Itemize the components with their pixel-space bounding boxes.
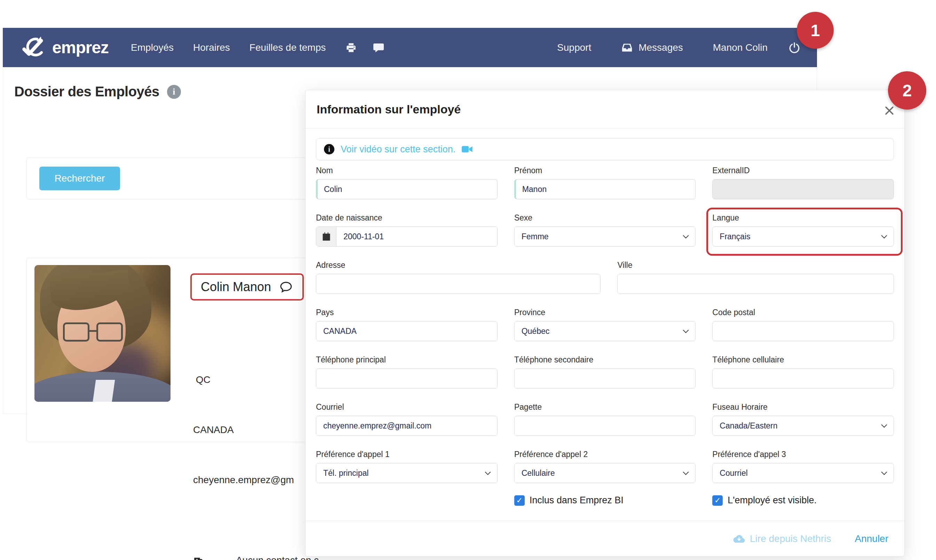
annotation-badge-2: 2 [888,71,926,109]
select-pref1-value: Tél. principal [323,469,368,478]
label-prenom: Prénom [514,166,696,175]
select-fuseau[interactable]: Canada/Eastern [712,415,894,436]
label-pref1: Préférence d'appel 1 [316,450,497,460]
ambulance-icon [193,522,231,560]
label-pref2: Préférence d'appel 2 [514,450,696,460]
label-tel-cellulaire: Téléphone cellulaire [712,355,894,365]
input-pagette[interactable] [514,415,696,436]
inbox-icon [621,42,633,54]
nav-item-horaires[interactable]: Horaires [193,42,230,53]
label-langue: Langue [712,213,894,223]
video-banner[interactable]: i Voir vidéo sur cette section. [316,138,894,160]
page-title: Dossier des Employés [14,84,159,100]
speech-bubble-icon[interactable] [279,280,293,294]
input-ville[interactable] [617,274,894,294]
input-pays[interactable] [316,321,497,341]
select-province[interactable]: Québec [514,321,696,341]
lire-depuis-nethris-button[interactable]: Lire depuis Nethris [733,533,831,545]
video-camera-icon [462,145,473,154]
select-sexe[interactable]: Femme [514,226,696,247]
checkbox-checked-icon[interactable]: ✓ [712,495,723,506]
brand-name: emprez [52,38,109,57]
nav-item-support[interactable]: Support [557,42,591,53]
annotation-badge-1: 1 [797,12,834,49]
label-sexe: Sexe [514,213,696,223]
select-pref3-value: Courriel [720,469,748,478]
select-fuseau-value: Canada/Eastern [720,421,777,431]
nav-item-user[interactable]: Manon Colin [713,42,768,53]
input-adresse[interactable] [316,274,600,294]
nav-item-feuilles-de-temps[interactable]: Feuilles de temps [249,42,326,53]
messages-label: Messages [639,42,683,53]
cloud-download-icon [733,534,745,543]
employee-email: cheyenne.emprez@gm [193,472,294,488]
label-nom: Nom [316,166,497,175]
lire-depuis-nethris-label: Lire depuis Nethris [750,533,831,545]
input-code-postal[interactable] [712,321,894,341]
input-tel-cellulaire[interactable] [712,368,894,389]
input-prenom[interactable] [514,179,696,199]
label-externalid: ExternalID [712,166,894,175]
chat-bubble-icon[interactable] [372,42,385,54]
modal-body: i Voir vidéo sur cette section. Nom Prén… [305,128,904,506]
employee-name: Colin Manon [201,280,271,294]
power-icon[interactable] [788,42,800,54]
select-pref1[interactable]: Tél. principal [316,463,497,483]
select-pref3[interactable]: Courriel [712,463,894,483]
brand-logo[interactable]: emprez [21,35,109,60]
employee-name-box[interactable]: Colin Manon [190,273,304,300]
label-ville: Ville [617,260,894,270]
label-tel-principal: Téléphone principal [316,355,497,365]
employee-country: CANADA [193,422,234,438]
input-externalid [712,179,894,199]
select-pref2[interactable]: Cellulaire [514,463,696,483]
annuler-button[interactable]: Annuler [854,533,888,545]
info-circle-icon[interactable]: i [167,85,181,99]
checkbox-employe-visible-label: L'employé est visible. [728,495,817,506]
info-circle-icon: i [324,144,334,154]
label-pref3: Préférence d'appel 3 [712,450,894,460]
checkbox-employe-visible[interactable]: ✓ L'employé est visible. [712,495,894,506]
input-tel-secondaire[interactable] [514,368,696,389]
modal-header: Information sur l'employé [305,90,904,128]
calendar-icon[interactable] [316,227,337,246]
input-courriel[interactable] [316,415,497,436]
chevron-down-icon [683,329,689,333]
select-langue[interactable]: Français [712,226,894,247]
checkbox-emprez-bi[interactable]: ✓ Inclus dans Emprez BI [514,495,696,506]
input-nom[interactable] [316,179,497,199]
label-adresse: Adresse [316,260,600,270]
emprez-logo-icon [21,35,47,60]
label-pagette: Pagette [514,402,696,412]
top-navbar: emprez Employés Horaires Feuilles de tem… [3,28,817,67]
label-pays: Pays [316,308,497,318]
employee-details: QC CANADA cheyenne.emprez@gm Aucun conta… [193,338,319,560]
input-tel-principal[interactable] [316,368,497,389]
select-sexe-value: Femme [522,232,549,242]
close-x-icon[interactable] [884,105,895,117]
chevron-down-icon [881,235,887,238]
label-province: Province [514,308,696,318]
select-province-value: Québec [522,327,550,336]
checkbox-checked-icon[interactable]: ✓ [514,495,525,506]
checkbox-emprez-bi-label: Inclus dans Emprez BI [530,495,623,506]
modal-footer: Lire depuis Nethris Annuler [305,521,904,556]
employee-photo [34,265,171,402]
label-code-postal: Code postal [712,308,894,318]
label-courriel: Courriel [316,402,497,412]
label-date-naissance: Date de naissance [316,213,497,223]
nav-item-messages[interactable]: Messages [621,42,683,54]
employee-region: QC [193,371,211,388]
video-banner-link[interactable]: Voir vidéo sur cette section. [341,144,456,155]
employee-info-modal: Information sur l'employé i Voir vidéo s… [305,90,905,557]
printer-icon[interactable] [345,42,357,54]
nav-item-employes[interactable]: Employés [131,42,174,53]
search-button[interactable]: Rechercher [39,167,120,190]
date-value: 2000-11-01 [337,227,497,246]
chevron-down-icon [683,471,689,475]
input-date-naissance[interactable]: 2000-11-01 [316,226,497,247]
select-langue-value: Français [720,232,750,242]
label-tel-secondaire: Téléphone secondaire [514,355,696,365]
modal-title: Information sur l'employé [317,103,461,116]
screenshot-canvas: emprez Employés Horaires Feuilles de tem… [0,0,936,560]
